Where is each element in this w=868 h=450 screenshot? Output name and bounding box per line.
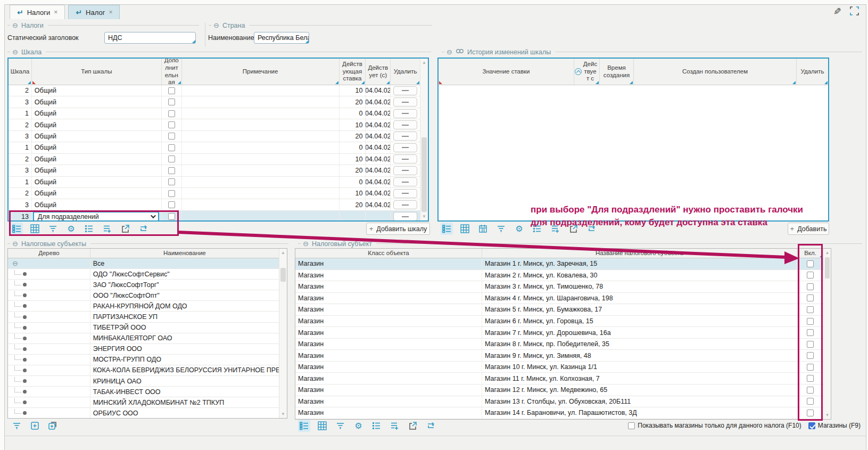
subjects-root-row[interactable]: ⊖ Все [8, 258, 279, 269]
table-row[interactable]: 2 Общий 10 04.04.02 [9, 154, 420, 165]
col-delete[interactable]: Удалить [797, 59, 828, 85]
calendar-icon[interactable] [477, 223, 489, 235]
checkbox[interactable] [168, 178, 175, 185]
table-row[interactable]: 1 Общий 0 04.04.02 [9, 108, 420, 119]
gear-icon[interactable]: ⚙ [513, 223, 525, 235]
vertical-scrollbar[interactable]: ▲ ▼ [279, 249, 287, 418]
scroll-thumb[interactable] [421, 137, 427, 212]
col-object-class[interactable]: Класс объекта [295, 249, 482, 258]
delete-row-button[interactable] [393, 154, 417, 163]
tree-node-icon[interactable] [23, 379, 27, 383]
table-row[interactable]: Магазин Магазин 1 г. Минск, ул. Заречная… [295, 258, 823, 270]
collapse-icon[interactable]: ⊖ [12, 240, 18, 248]
table-row[interactable]: Магазин Магазин 10 г. Минск, ул. Казинца… [295, 362, 823, 373]
checkbox[interactable] [168, 121, 175, 128]
delete-row-button[interactable] [393, 143, 417, 152]
filter-icon[interactable] [334, 420, 346, 432]
delete-row-button[interactable] [393, 200, 417, 209]
col-subject-name[interactable]: Название налогового субъекта [482, 249, 797, 258]
add-list-icon[interactable] [388, 420, 401, 432]
collapse-icon[interactable]: ⊖ [12, 48, 18, 56]
col-effective-from[interactable]: Действует с [574, 59, 600, 85]
table-row[interactable]: Магазин Магазин 2 г. Минск, ул. Ковалева… [295, 270, 823, 282]
grid-icon[interactable] [316, 420, 328, 432]
collapse-icon[interactable]: ⊖ [12, 21, 18, 29]
add-scale-button[interactable]: + Добавить шкалу [366, 223, 430, 235]
vertical-scrollbar[interactable]: ▲ ▼ [420, 59, 428, 220]
col-rate-value[interactable]: Значение ставки [439, 59, 574, 85]
filter-icon[interactable] [11, 420, 23, 432]
tree-node-icon[interactable] [23, 337, 27, 340]
tree-row[interactable]: МОСТРА-ГРУПП ОДО [8, 355, 279, 365]
table-row[interactable]: Магазин Магазин 11 г. Минск, ул. Колхозн… [295, 373, 823, 384]
tree-row[interactable]: ТИБЕТРЭЙ ООО [8, 323, 279, 333]
table-row[interactable]: 2 Общий 10 04.04.02 [9, 188, 420, 199]
tree-row[interactable]: ООО "ЛюксСофтОпт" [8, 290, 279, 301]
delete-row-button[interactable] [393, 86, 417, 95]
vertical-scrollbar[interactable]: ▲ ▼ [823, 249, 831, 419]
tree-row[interactable]: ТАБАК-ИНВЕСТ ООО [8, 387, 279, 397]
scroll-up-icon[interactable]: ▲ [279, 250, 287, 255]
tree-row[interactable]: ОДО "ЛюксСофтСервис" [8, 269, 279, 280]
add-square-icon[interactable] [29, 420, 41, 432]
table-row[interactable]: Магазин Магазин 13 г. Столбцы, ул. Обухо… [295, 396, 823, 408]
tree-node-icon[interactable] [23, 358, 27, 362]
tree-node-icon[interactable] [23, 390, 27, 394]
table-row[interactable]: 3 Общий 20 04.04.02 [9, 199, 420, 210]
scroll-thumb[interactable] [825, 257, 830, 279]
delete-row-button[interactable] [393, 166, 417, 175]
checkbox-shops-f9[interactable] [808, 422, 815, 429]
tree-row[interactable]: ПАРТИЗАНСКОЕ УП [8, 312, 279, 322]
delete-row-button[interactable] [393, 177, 417, 186]
col-primechanie[interactable]: Примечание [182, 59, 340, 85]
col-delete[interactable]: Удалить [391, 59, 420, 85]
tree-node-icon[interactable] [23, 315, 27, 319]
col-rate[interactable]: Действующая ставка [340, 59, 366, 85]
col-tip-shkaly[interactable]: Тип шкалы [32, 59, 162, 85]
tree-node-icon[interactable] [23, 326, 27, 330]
collapse-icon[interactable]: ⊖ [12, 259, 18, 267]
tree-row[interactable]: МИНСКИЙ ХЛАДОКОМБИНАТ №2 ТПКУП [8, 397, 279, 408]
collapse-icon[interactable]: ⊖ [213, 21, 219, 29]
delete-row-button[interactable] [393, 109, 417, 118]
tree-node-icon[interactable] [23, 304, 27, 308]
tree-row[interactable]: РАКАН-КРУПЯНОЙ ДОМ ОДО [8, 301, 279, 312]
tab-nalogi[interactable]: ↵ Налоги × [10, 5, 65, 19]
checkbox[interactable] [168, 110, 175, 117]
table-row[interactable]: 2 Общий 10 04.04.02 [9, 119, 420, 130]
delete-row-button[interactable] [393, 212, 417, 221]
gear-icon[interactable]: ⚙ [352, 420, 365, 432]
pencil-icon[interactable]: ✎ [833, 6, 841, 18]
tree-row[interactable]: МИНБАКАЛЕЯТОРГ ОАО [8, 333, 279, 344]
delete-row-button[interactable] [393, 97, 417, 107]
delete-row-button[interactable] [393, 120, 417, 129]
table-row[interactable]: Магазин Магазин 7 г. Минск, ул. Дорошеви… [295, 327, 823, 339]
export-icon[interactable] [407, 420, 419, 432]
table-row[interactable]: Магазин Магазин 14 г. Барановичи, ул. Па… [295, 407, 823, 419]
table-row[interactable]: Магазин Магазин 6 г. Минск, ул. Горовца,… [295, 316, 823, 328]
checkbox[interactable] [168, 133, 175, 140]
delete-row-button[interactable] [393, 132, 417, 141]
scroll-down-icon[interactable]: ▼ [420, 214, 428, 219]
table-row[interactable]: 2 Общий 10 04.04.02 [9, 85, 420, 96]
col-tree[interactable]: Дерево [8, 249, 90, 258]
refresh-icon[interactable] [425, 420, 437, 432]
scroll-up-icon[interactable]: ▲ [824, 250, 831, 255]
table-row[interactable]: Магазин Магазин 5 г. Минск, ул. Бумажков… [295, 304, 823, 316]
checkbox[interactable] [168, 99, 175, 105]
table-row[interactable]: 3 Общий 20 04.04.02 [9, 131, 420, 142]
tree-node-icon[interactable] [23, 293, 27, 297]
table-row[interactable]: 1 Общий 0 04.04.02 [9, 142, 420, 153]
tree-row[interactable]: КОКА-КОЛА БЕВРИДЖИЗ БЕЛОРУССИЯ УНИТАРНОЕ… [8, 365, 279, 376]
grid-icon[interactable] [459, 223, 471, 235]
checkbox[interactable] [168, 87, 175, 94]
table-row[interactable]: 3 Общий 20 04.04.02 [9, 165, 420, 176]
checkbox[interactable] [168, 156, 175, 162]
tree-row[interactable]: КРИНИЦА ОАО [8, 376, 279, 387]
scroll-down-icon[interactable]: ▼ [824, 413, 831, 418]
tree-node-icon[interactable] [23, 369, 27, 372]
tree-node-icon[interactable] [23, 400, 27, 404]
country-name-input[interactable]: Республика Белар [254, 32, 309, 44]
table-row[interactable]: Магазин Магазин 12 г. Минск, ул. Медвежи… [295, 384, 823, 396]
filter-icon[interactable] [495, 223, 507, 235]
